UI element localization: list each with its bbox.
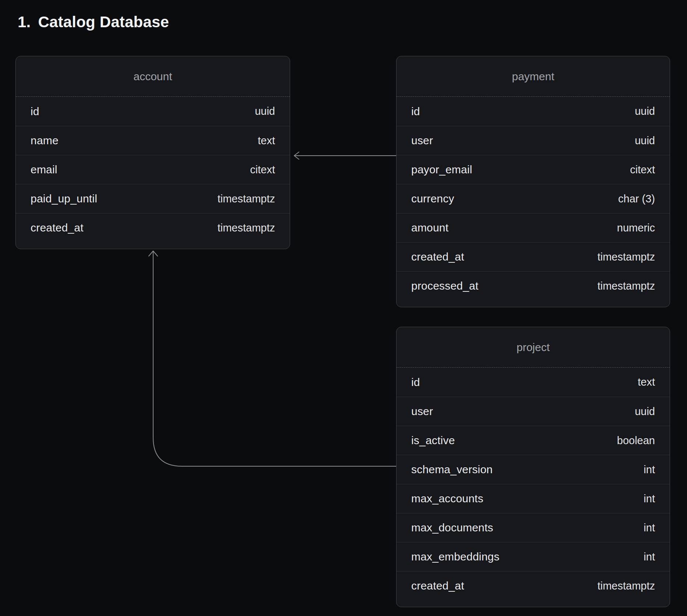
column-name: schema_version — [411, 463, 493, 476]
table-row: max_documents int — [397, 513, 670, 542]
table-row: created_at timestamptz — [397, 242, 670, 271]
table-row: id uuid — [397, 97, 670, 126]
table-row: user uuid — [397, 397, 670, 426]
column-type: uuid — [255, 105, 275, 117]
column-name: processed_at — [411, 280, 479, 292]
column-name: id — [31, 105, 39, 118]
column-type: text — [258, 135, 275, 147]
page-title: 1.Catalog Database — [18, 13, 169, 31]
column-type: timestamptz — [598, 280, 655, 292]
relation-project-to-account-line[interactable] — [153, 251, 396, 466]
table-title: project — [517, 341, 550, 354]
table-row: paid_up_until timestamptz — [16, 184, 290, 213]
table-payment-header: payment — [397, 56, 670, 97]
table-row: name text — [16, 126, 290, 155]
column-type: timestamptz — [218, 193, 275, 205]
table-title: payment — [512, 70, 554, 83]
table-row: id text — [397, 368, 670, 397]
column-name: currency — [411, 192, 454, 205]
table-row: email citext — [16, 155, 290, 184]
column-type: numeric — [617, 222, 655, 234]
column-name: is_active — [411, 434, 455, 447]
table-row: max_embeddings int — [397, 542, 670, 571]
table-row: user uuid — [397, 126, 670, 155]
table-account-rows: id uuid name text email citext paid_up_u… — [16, 97, 290, 242]
table-row: id uuid — [16, 97, 290, 126]
column-type: citext — [630, 164, 655, 176]
table-row: is_active boolean — [397, 426, 670, 455]
table-row: created_at timestamptz — [397, 571, 670, 600]
column-name: amount — [411, 222, 448, 234]
table-row: amount numeric — [397, 213, 670, 242]
column-type: timestamptz — [598, 580, 655, 592]
column-name: user — [411, 405, 433, 418]
column-type: text — [638, 376, 655, 388]
column-type: citext — [250, 164, 275, 176]
column-name: id — [411, 376, 420, 389]
column-type: boolean — [617, 435, 655, 447]
column-name: created_at — [31, 222, 84, 234]
table-account-header: account — [16, 56, 290, 97]
column-name: created_at — [411, 580, 464, 592]
table-title: account — [133, 70, 172, 83]
column-name: paid_up_until — [31, 192, 97, 205]
column-type: int — [644, 551, 655, 563]
page-title-text: Catalog Database — [38, 13, 169, 31]
column-type: char (3) — [618, 193, 655, 205]
table-row: created_at timestamptz — [16, 213, 290, 242]
column-name: name — [31, 134, 59, 147]
column-type: uuid — [635, 135, 655, 147]
table-payment[interactable]: payment id uuid user uuid payor_email ci… — [396, 56, 670, 307]
column-name: user — [411, 134, 433, 147]
diagram-canvas: 1.Catalog Database account id uuid name … — [0, 0, 687, 616]
table-row: max_accounts int — [397, 484, 670, 513]
table-row: payor_email citext — [397, 155, 670, 184]
column-name: max_documents — [411, 521, 493, 534]
column-type: uuid — [635, 406, 655, 418]
column-type: uuid — [635, 105, 655, 117]
column-name: max_accounts — [411, 492, 483, 505]
page-title-number: 1. — [18, 13, 31, 31]
column-type: int — [644, 522, 655, 534]
table-row: currency char (3) — [397, 184, 670, 213]
column-type: timestamptz — [598, 251, 655, 263]
table-payment-rows: id uuid user uuid payor_email citext cur… — [397, 97, 670, 300]
relation-project-to-account-arrowhead-icon — [149, 251, 158, 256]
table-project-rows: id text user uuid is_active boolean sche… — [397, 368, 670, 600]
table-account[interactable]: account id uuid name text email citext p… — [15, 56, 290, 249]
column-name: created_at — [411, 251, 464, 263]
column-name: id — [411, 105, 420, 118]
column-name: payor_email — [411, 163, 472, 176]
table-project-header: project — [397, 327, 670, 368]
table-project[interactable]: project id text user uuid is_active bool… — [396, 327, 670, 607]
relation-payment-to-account-arrowhead-icon — [294, 152, 299, 159]
column-type: int — [644, 493, 655, 505]
column-type: int — [644, 464, 655, 476]
column-name: email — [31, 163, 57, 176]
table-row: processed_at timestamptz — [397, 271, 670, 300]
column-name: max_embeddings — [411, 550, 500, 563]
table-row: schema_version int — [397, 455, 670, 484]
column-type: timestamptz — [218, 222, 275, 234]
